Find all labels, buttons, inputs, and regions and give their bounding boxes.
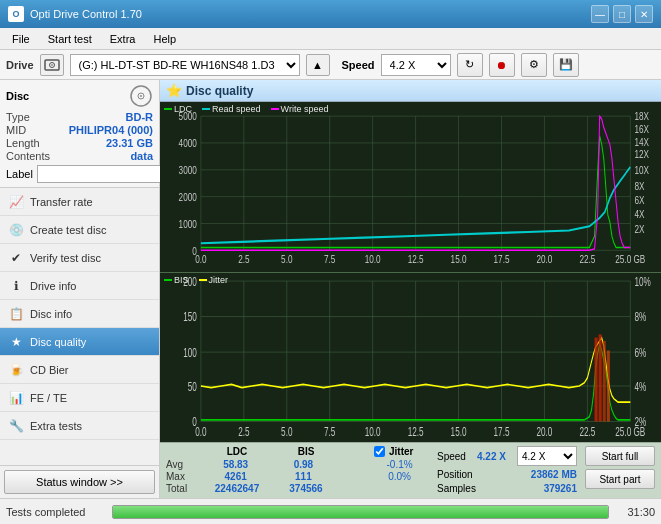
drive-select[interactable]: (G:) HL-DT-ST BD-RE WH16NS48 1.D3 — [70, 54, 300, 76]
svg-text:2.5: 2.5 — [238, 253, 250, 266]
maximize-button[interactable]: □ — [613, 5, 631, 23]
menu-help[interactable]: Help — [145, 31, 184, 47]
svg-text:16X: 16X — [634, 123, 649, 136]
close-button[interactable]: ✕ — [635, 5, 653, 23]
svg-text:5.0: 5.0 — [281, 253, 293, 266]
svg-text:7.5: 7.5 — [324, 424, 335, 438]
status-bar: Tests completed 31:30 — [0, 498, 661, 524]
jitter-checkbox[interactable] — [374, 446, 385, 457]
legend-ldc: LDC — [164, 104, 192, 114]
charts-area: LDC Read speed Write speed — [160, 102, 661, 442]
disc-mid-row: MID PHILIPR04 (000) — [6, 124, 153, 136]
minimize-button[interactable]: — — [591, 5, 609, 23]
status-text: Tests completed — [6, 506, 106, 518]
sidebar-item-fe-te[interactable]: 📊 FE / TE — [0, 384, 159, 412]
sidebar-item-cd-bier[interactable]: 🍺 CD Bier — [0, 356, 159, 384]
eject-button[interactable]: ▲ — [306, 54, 330, 76]
app-icon: O — [8, 6, 24, 22]
disc-length-label: Length — [6, 137, 40, 149]
jitter-color — [199, 279, 207, 281]
disc-label-input[interactable] — [37, 165, 170, 183]
svg-text:5.0: 5.0 — [281, 424, 292, 438]
legend-bis-label: BIS — [174, 275, 189, 285]
position-row: Position 23862 MB — [437, 469, 577, 480]
sidebar-bottom: Status window >> — [0, 465, 159, 498]
svg-text:20.0: 20.0 — [536, 253, 552, 266]
sidebar-item-disc-info[interactable]: 📋 Disc info — [0, 300, 159, 328]
sidebar-label-create-test-disc: Create test disc — [30, 224, 106, 236]
svg-text:7.5: 7.5 — [324, 253, 336, 266]
menu-file[interactable]: File — [4, 31, 38, 47]
panel-header: ⭐ Disc quality — [160, 80, 661, 102]
transfer-rate-icon: 📈 — [8, 194, 24, 210]
stats-panel: LDC BIS Jitter Avg 58.83 0.98 -0.1% — [160, 442, 661, 498]
read-speed-color — [202, 108, 210, 110]
drive-label: Drive — [6, 59, 34, 71]
svg-rect-89 — [607, 350, 610, 421]
disc-label-text: Label — [6, 168, 33, 180]
drive-icon — [40, 54, 64, 76]
action-buttons: Start full Start part — [585, 446, 655, 489]
disc-panel: Disc Type BD-R MID PHILIPR04 (000) Lengt… — [0, 80, 159, 188]
start-full-button[interactable]: Start full — [585, 446, 655, 466]
sidebar-nav: 📈 Transfer rate 💿 Create test disc ✔ Ver… — [0, 188, 159, 465]
jitter-section: Jitter — [374, 446, 413, 457]
sidebar-label-fe-te: FE / TE — [30, 392, 67, 404]
status-window-button[interactable]: Status window >> — [4, 470, 155, 494]
drive-bar: Drive (G:) HL-DT-ST BD-RE WH16NS48 1.D3 … — [0, 50, 661, 80]
legend-jitter-label: Jitter — [209, 275, 229, 285]
svg-text:17.5: 17.5 — [494, 424, 510, 438]
extra-tests-icon: 🔧 — [8, 418, 24, 434]
speed-row: Speed 4.22 X 4.2 X — [437, 446, 577, 466]
total-label: Total — [166, 483, 198, 494]
sidebar-item-create-test-disc[interactable]: 💿 Create test disc — [0, 216, 159, 244]
drive-info-icon: ℹ — [8, 278, 24, 294]
top-chart: LDC Read speed Write speed — [160, 102, 661, 273]
svg-text:10X: 10X — [634, 164, 649, 177]
title-bar-controls[interactable]: — □ ✕ — [591, 5, 653, 23]
svg-text:10.0: 10.0 — [365, 253, 381, 266]
legend-ldc-label: LDC — [174, 104, 192, 114]
record-button[interactable]: ⏺ — [489, 53, 515, 77]
fe-te-icon: 📊 — [8, 390, 24, 406]
sidebar-item-transfer-rate[interactable]: 📈 Transfer rate — [0, 188, 159, 216]
bottom-chart-legend: BIS Jitter — [164, 275, 228, 285]
sidebar-item-disc-quality[interactable]: ★ Disc quality — [0, 328, 159, 356]
svg-text:50: 50 — [188, 378, 197, 392]
avg-jitter: -0.1% — [370, 459, 429, 470]
sidebar-item-verify-test-disc[interactable]: ✔ Verify test disc — [0, 244, 159, 272]
speed-select[interactable]: 4.2 X — [381, 54, 451, 76]
menu-extra[interactable]: Extra — [102, 31, 144, 47]
save-button[interactable]: 💾 — [553, 53, 579, 77]
svg-rect-88 — [603, 340, 606, 421]
legend-read-speed-label: Read speed — [212, 104, 261, 114]
stats-header-ldc: LDC — [202, 446, 272, 457]
disc-length-row: Length 23.31 GB — [6, 137, 153, 149]
svg-text:14X: 14X — [634, 135, 649, 148]
sidebar-item-drive-info[interactable]: ℹ Drive info — [0, 272, 159, 300]
refresh-button[interactable]: ↻ — [457, 53, 483, 77]
max-bis: 111 — [274, 471, 333, 482]
content-panel: ⭐ Disc quality LDC Read speed — [160, 80, 661, 498]
sidebar-label-transfer-rate: Transfer rate — [30, 196, 93, 208]
start-part-button[interactable]: Start part — [585, 469, 655, 489]
disc-label-row: Label ⚙ — [6, 165, 153, 183]
sidebar-label-cd-bier: CD Bier — [30, 364, 69, 376]
right-stats: Speed 4.22 X 4.2 X Position 23862 MB Sam… — [437, 446, 577, 494]
disc-mid-label: MID — [6, 124, 26, 136]
menu-start-test[interactable]: Start test — [40, 31, 100, 47]
create-test-disc-icon: 💿 — [8, 222, 24, 238]
svg-text:1000: 1000 — [179, 217, 198, 230]
title-bar-left: O Opti Drive Control 1.70 — [8, 6, 142, 22]
sidebar-item-extra-tests[interactable]: 🔧 Extra tests — [0, 412, 159, 440]
settings-button[interactable]: ⚙ — [521, 53, 547, 77]
svg-text:6%: 6% — [634, 344, 646, 358]
speed-dropdown[interactable]: 4.2 X — [517, 446, 577, 466]
svg-text:25.0 GB: 25.0 GB — [615, 424, 645, 438]
bottom-chart: BIS Jitter — [160, 273, 661, 443]
svg-text:15.0: 15.0 — [451, 424, 467, 438]
svg-text:12.5: 12.5 — [408, 253, 424, 266]
avg-ldc: 58.83 — [201, 459, 270, 470]
disc-icon — [129, 84, 153, 108]
svg-text:22.5: 22.5 — [579, 424, 595, 438]
